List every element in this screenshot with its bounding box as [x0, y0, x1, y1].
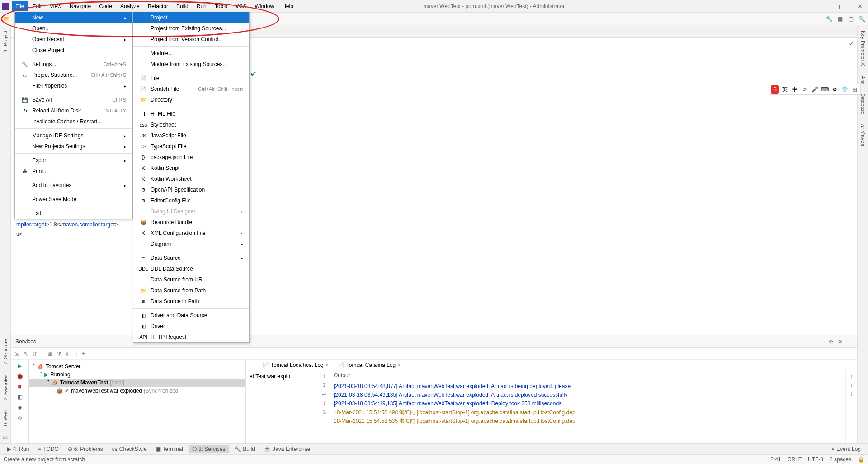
tool-maven[interactable]: m Maven: [860, 122, 866, 148]
btab-todo[interactable]: ≡ TODO: [34, 445, 62, 453]
menu-window[interactable]: Window: [251, 1, 278, 11]
new-menu-item[interactable]: Project...: [133, 12, 249, 23]
file-menu-item[interactable]: Add to Favorites▸: [15, 180, 132, 191]
tab-catalina-log[interactable]: 📄 Tomcat Catalina Log ×: [334, 361, 404, 369]
expand-icon[interactable]: ⇲: [14, 351, 19, 357]
up-icon[interactable]: ↥: [322, 373, 326, 380]
new-menu-item[interactable]: 📄Scratch FileCtrl+Alt+Shift+Insert: [133, 84, 249, 94]
tab-localhost-log[interactable]: 📄 Tomcat Localhost Log ×: [259, 361, 332, 369]
print-icon[interactable]: 🖶: [321, 409, 327, 416]
new-menu-item[interactable]: Project from Version Control...: [133, 34, 249, 45]
file-menu-item[interactable]: ↻Reload All from DiskCtrl+Alt+Y: [15, 105, 132, 116]
new-menu-item[interactable]: ◧Driver: [133, 321, 249, 332]
menu-file[interactable]: FFileile: [12, 1, 28, 11]
build-icon[interactable]: 🔧: [826, 15, 833, 23]
tool-ant[interactable]: Ant: [860, 74, 866, 85]
lock-icon[interactable]: 🔒: [858, 456, 864, 463]
new-menu-item[interactable]: 📦Resource Bundle: [133, 217, 249, 228]
group-icon[interactable]: ▦: [47, 351, 52, 357]
menu-vcs[interactable]: VCS: [232, 1, 250, 11]
event-log[interactable]: ● Event Log: [828, 445, 864, 453]
file-menu-item[interactable]: 🔧Settings...Ctrl+Alt+S: [15, 59, 132, 70]
tab-close-icon[interactable]: ×: [326, 362, 329, 368]
wrap-icon[interactable]: ↩: [322, 391, 326, 398]
collapse-icon[interactable]: ▭: [3, 434, 8, 441]
pause-icon[interactable]: ◧: [17, 394, 23, 400]
menu-build[interactable]: Build: [173, 1, 192, 11]
settings-icon[interactable]: ⊕: [829, 338, 833, 345]
file-menu-item[interactable]: New▸: [15, 12, 132, 23]
filter2-icon[interactable]: ⧩: [57, 351, 61, 357]
output-log[interactable]: [2021-03-18 03:54:48,877] Artifact maven…: [330, 380, 845, 443]
file-menu-item[interactable]: 💾Save AllCtrl+S: [15, 94, 132, 105]
exit-icon[interactable]: ⎋: [18, 414, 22, 421]
new-menu-item[interactable]: TSTypeScript File: [133, 141, 249, 152]
down-icon[interactable]: ↧: [322, 382, 326, 389]
menu-view[interactable]: View: [46, 1, 65, 11]
new-menu-item[interactable]: KKotlin Worksheet: [133, 173, 249, 184]
file-menu-item[interactable]: Open Recent▸: [15, 34, 132, 45]
ime-icon[interactable]: 中: [791, 85, 799, 94]
tool-database[interactable]: Database: [860, 91, 866, 116]
down-arrow-icon[interactable]: ↓: [850, 382, 853, 389]
add-icon[interactable]: +: [82, 351, 85, 357]
file-menu-item[interactable]: Open...: [15, 23, 132, 34]
open-icon[interactable]: 📂: [3, 15, 10, 23]
btab-javaee[interactable]: ☕ Java Enterprise: [260, 445, 314, 453]
new-menu-item[interactable]: Module from Existing Sources...: [133, 59, 249, 70]
file-menu-item[interactable]: ▭Project Structure...Ctrl+Alt+Shift+S: [15, 70, 132, 80]
file-menu-item[interactable]: File Properties▸: [15, 80, 132, 91]
menu-edit[interactable]: Edit: [28, 1, 45, 11]
status-encoding[interactable]: UTF-8: [808, 456, 823, 463]
tool-project[interactable]: 1: Project: [3, 29, 8, 53]
tab-server[interactable]: Server: [250, 364, 257, 366]
menu-navigate[interactable]: Navigate: [66, 1, 94, 11]
file-menu-item[interactable]: Power Save Mode: [15, 194, 132, 205]
to-bottom-icon[interactable]: ⤓: [849, 391, 854, 398]
new-menu-item[interactable]: KKotlin Script: [133, 163, 249, 173]
file-menu-item[interactable]: Exit: [15, 208, 132, 219]
stop-icon[interactable]: ■: [18, 383, 22, 390]
hide-icon[interactable]: —: [847, 338, 853, 345]
chevron-down-icon[interactable]: ˅: [47, 380, 50, 386]
new-menu-item[interactable]: XXML Configuration File▸: [133, 228, 249, 239]
new-menu-item[interactable]: Swing UI Designer▸: [133, 206, 249, 217]
ime-icon[interactable]: 🎤: [811, 85, 819, 94]
stop-icon[interactable]: ▢: [847, 15, 854, 23]
close-icon[interactable]: ✕: [854, 3, 866, 10]
new-menu-item[interactable]: DDLDDL Data Source: [133, 263, 249, 274]
ime-icon[interactable]: ☺: [801, 85, 809, 94]
menu-help[interactable]: Help: [278, 1, 297, 11]
maximize-icon[interactable]: ▢: [835, 3, 848, 10]
tag-icon[interactable]: 🏷: [66, 351, 71, 357]
new-menu-item[interactable]: 📄File: [133, 73, 249, 84]
file-menu-item[interactable]: Invalidate Caches / Restart...: [15, 116, 132, 127]
ime-icon[interactable]: ▦: [850, 85, 859, 94]
tool-favorites[interactable]: 2: Favorites: [3, 373, 8, 402]
file-menu-item[interactable]: Export▸: [15, 155, 132, 166]
new-menu-item[interactable]: {}package.json File: [133, 152, 249, 163]
tab-close-icon[interactable]: ×: [397, 362, 401, 368]
dump-icon[interactable]: ◆: [18, 404, 22, 411]
btab-terminal[interactable]: ▣ Terminal: [152, 445, 187, 453]
new-menu-item[interactable]: 📁Data Source from Path: [133, 285, 249, 296]
ime-icon[interactable]: 英: [781, 85, 789, 94]
file-menu-item[interactable]: 🖶Print...: [15, 166, 132, 177]
menu-analyze[interactable]: Analyze: [117, 1, 143, 11]
btab-build[interactable]: 🔨 Build: [231, 445, 259, 453]
menu-run[interactable]: Run: [193, 1, 210, 11]
ime-icon[interactable]: S: [771, 85, 779, 94]
gear-icon[interactable]: ⚙: [838, 338, 843, 345]
new-menu-item[interactable]: ≡Data Source in Path: [133, 296, 249, 307]
filter-icon[interactable]: ⇵: [33, 351, 37, 357]
ime-icon[interactable]: ⌨: [821, 85, 829, 94]
tool-structure[interactable]: 7: Structure: [3, 337, 8, 366]
new-menu-item[interactable]: Project from Existing Sources...: [133, 23, 249, 34]
new-menu-item[interactable]: ≡Data Source▸: [133, 253, 249, 263]
ime-icon[interactable]: 👕: [840, 85, 849, 94]
chevron-down-icon[interactable]: ˅: [33, 363, 35, 370]
debug-icon[interactable]: 🐞: [16, 373, 24, 380]
rerun-icon[interactable]: ▶: [18, 362, 22, 369]
run-config-icon[interactable]: ▦: [836, 15, 844, 23]
status-eol[interactable]: CRLF: [788, 456, 802, 463]
